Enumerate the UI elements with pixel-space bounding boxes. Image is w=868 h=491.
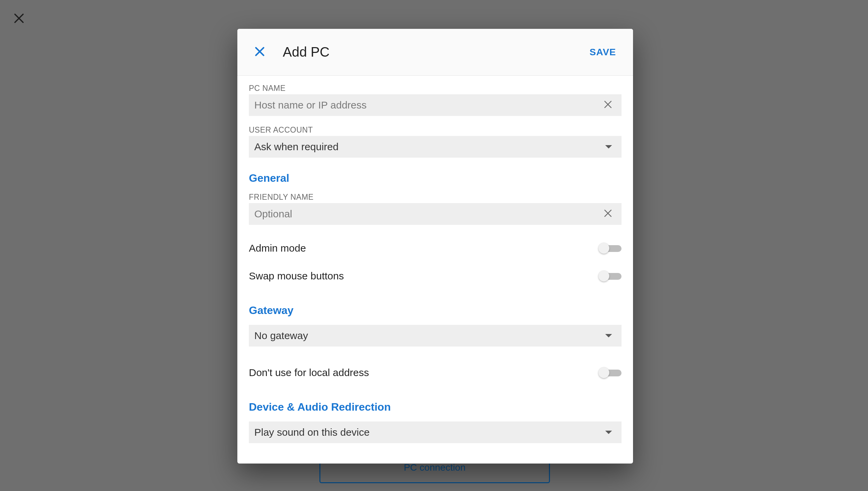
swap-mouse-row: Swap mouse buttons [249,262,622,290]
swap-mouse-label: Swap mouse buttons [249,270,344,282]
pc-name-label: PC NAME [249,84,622,93]
user-account-label: USER ACCOUNT [249,125,622,135]
friendly-name-label: FRIENDLY NAME [249,193,622,202]
gateway-value: No gateway [254,330,308,341]
switch-thumb [598,243,609,254]
switch-thumb [598,367,609,378]
chevron-down-icon [605,145,612,149]
pc-name-field[interactable] [249,94,622,116]
close-icon [603,100,613,111]
pc-name-input[interactable] [254,99,600,111]
gateway-select[interactable]: No gateway [249,325,622,347]
audio-value: Play sound on this device [254,427,370,438]
pc-connection-label: PC connection [404,462,466,473]
admin-mode-row: Admin mode [249,234,622,262]
admin-mode-label: Admin mode [249,242,306,254]
user-account-value: Ask when required [254,141,338,153]
modal-close-button[interactable] [249,41,271,63]
admin-mode-toggle[interactable] [599,243,622,253]
modal-header: Add PC SAVE [237,29,633,76]
background-close-button[interactable] [13,13,25,25]
close-icon [13,12,25,26]
save-button[interactable]: SAVE [588,43,618,61]
no-local-row: Don't use for local address [249,359,622,387]
add-pc-modal: Add PC SAVE PC NAME USER ACCOUNT Ask whe… [237,29,633,464]
section-heading-audio: Device & Audio Redirection [249,401,622,413]
close-icon [254,46,265,59]
modal-body: PC NAME USER ACCOUNT Ask when required G… [237,76,633,464]
swap-mouse-toggle[interactable] [599,271,622,281]
no-local-toggle[interactable] [599,368,622,378]
clear-friendly-name-button[interactable] [600,207,615,221]
close-icon [603,209,613,219]
friendly-name-input[interactable] [254,208,600,220]
modal-title: Add PC [283,44,588,60]
switch-thumb [598,271,609,281]
chevron-down-icon [605,431,612,434]
user-account-select[interactable]: Ask when required [249,136,622,158]
chevron-down-icon [605,334,612,337]
section-heading-general: General [249,172,622,184]
friendly-name-field[interactable] [249,203,622,225]
no-local-label: Don't use for local address [249,367,369,378]
audio-select[interactable]: Play sound on this device [249,421,622,443]
section-heading-gateway: Gateway [249,304,622,317]
clear-pc-name-button[interactable] [600,98,615,113]
